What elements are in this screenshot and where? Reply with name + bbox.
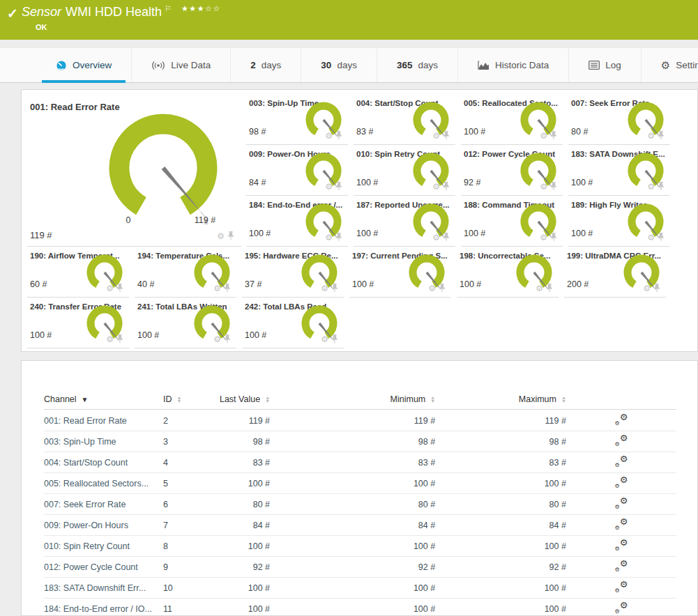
channel-gears-icon[interactable]: ⚙⚙ [614, 498, 628, 509]
priority-stars[interactable]: ★★★☆☆ [181, 4, 221, 13]
channel-settings-gear-icon[interactable]: ⚙ [643, 284, 651, 293]
cell-channel[interactable]: 009: Power-On Hours [44, 521, 163, 530]
pin-icon[interactable] [224, 284, 231, 293]
pin-icon[interactable] [658, 182, 665, 191]
pin-icon[interactable] [335, 233, 342, 242]
tab-365-days[interactable]: 365days [377, 48, 457, 82]
pin-icon[interactable] [546, 284, 553, 293]
channel-settings-gear-icon[interactable]: ⚙ [325, 233, 333, 242]
channel-settings-gear-icon[interactable]: ⚙ [536, 284, 543, 293]
gauge-tile[interactable]: 003: Spin-Up Time 98 #⚙ [246, 95, 348, 145]
tab-live-data[interactable]: Live Data [131, 48, 230, 82]
table-row[interactable]: 184: End-to-End error / IO...11100 #100 … [44, 599, 676, 616]
cell-channel[interactable]: 001: Read Error Rate [44, 416, 163, 426]
cell-channel[interactable]: 183: SATA Downshift Err... [44, 583, 163, 593]
column-header-last-value[interactable]: Last Value▲▼ [211, 394, 270, 404]
channel-gears-icon[interactable]: ⚙⚙ [614, 477, 628, 488]
table-row[interactable]: 012: Power Cycle Count992 #92 #92 #⚙⚙ [44, 557, 676, 578]
channel-settings-gear-icon[interactable]: ⚙ [325, 183, 333, 191]
pin-icon[interactable] [550, 182, 557, 191]
channel-settings-gear-icon[interactable]: ⚙ [647, 132, 655, 140]
channel-gears-icon[interactable]: ⚙⚙ [614, 456, 628, 468]
cell-channel[interactable]: 005: Reallocated Sectors... [44, 479, 163, 488]
channel-settings-gear-icon[interactable]: ⚙ [432, 183, 440, 191]
table-row[interactable]: 183: SATA Downshift Err...10100 #100 #10… [44, 578, 676, 599]
channel-settings-gear-icon[interactable]: ⚙ [217, 232, 225, 240]
pin-icon[interactable] [331, 284, 338, 293]
table-row[interactable]: 005: Reallocated Sectors...5100 #100 #10… [44, 473, 676, 494]
channel-gears-icon[interactable]: ⚙⚙ [614, 539, 628, 551]
channel-settings-gear-icon[interactable]: ⚙ [428, 284, 436, 293]
gauge-tile[interactable]: 009: Power-On Hours 84 #⚙ [246, 146, 348, 196]
pin-icon[interactable] [439, 284, 446, 293]
channel-gears-icon[interactable]: ⚙⚙ [614, 560, 628, 572]
table-row[interactable]: 009: Power-On Hours784 #84 #84 #⚙⚙ [44, 515, 676, 536]
channel-gears-icon[interactable]: ⚙⚙ [614, 581, 628, 593]
gauge-tile[interactable]: 199: UltraDMA CRC Err... 200 #⚙ [564, 247, 666, 298]
channel-settings-gear-icon[interactable]: ⚙ [321, 284, 328, 293]
table-row[interactable]: 004: Start/Stop Count483 #83 #83 #⚙⚙ [44, 452, 676, 473]
gauge-tile[interactable]: 189: High Fly Writes 100 #⚙ [568, 197, 670, 247]
gauge-tile[interactable]: 197: Current Pending S... 100 #⚙ [349, 247, 451, 298]
pin-icon[interactable] [550, 233, 557, 242]
column-header-minimum[interactable]: Minimum▲▼ [270, 394, 435, 404]
channel-settings-gear-icon[interactable]: ⚙ [325, 132, 333, 140]
channel-gears-icon[interactable]: ⚙⚙ [614, 518, 628, 530]
pin-icon[interactable] [658, 131, 665, 140]
cell-channel[interactable]: 007: Seek Error Rate [44, 500, 163, 509]
pin-icon[interactable] [653, 284, 660, 293]
channel-settings-gear-icon[interactable]: ⚙ [213, 335, 221, 344]
gauge-tile[interactable]: 195: Hardware ECC Re... 37 #⚙ [242, 247, 344, 298]
table-row[interactable]: 007: Seek Error Rate680 #80 #80 #⚙⚙ [44, 494, 676, 515]
tab-overview[interactable]: Overview [36, 48, 131, 82]
gauge-tile[interactable]: 188: Command Timeout 100 #⚙ [461, 197, 563, 247]
cell-channel[interactable]: 003: Spin-Up Time [44, 437, 163, 447]
gauge-tile[interactable]: 194: Temperature Cels... 40 #⚙ [135, 247, 236, 298]
flag-icon[interactable]: ⚐ [165, 4, 172, 13]
channel-gears-icon[interactable]: ⚙⚙ [614, 414, 628, 426]
channel-settings-gear-icon[interactable]: ⚙ [213, 284, 221, 293]
pin-icon[interactable] [331, 334, 338, 344]
channel-settings-gear-icon[interactable]: ⚙ [647, 183, 655, 191]
channel-settings-gear-icon[interactable]: ⚙ [540, 132, 547, 140]
pin-icon[interactable] [443, 131, 450, 140]
pin-icon[interactable] [116, 334, 123, 344]
pin-icon[interactable] [227, 231, 234, 240]
gauge-tile[interactable]: 240: Transfer Error Rate 100 #⚙ [27, 298, 129, 348]
tab-30-days[interactable]: 30days [301, 48, 377, 82]
channel-settings-gear-icon[interactable]: ⚙ [432, 233, 440, 242]
pin-icon[interactable] [443, 182, 450, 191]
gauge-tile[interactable]: 198: Uncorrectable Se... 100 #⚙ [457, 247, 559, 298]
table-row[interactable]: 001: Read Error Rate2119 #119 #119 #⚙⚙ [44, 410, 676, 431]
tab-2-days[interactable]: 2days [230, 48, 301, 82]
table-row[interactable]: 010: Spin Retry Count8100 #100 #100 #⚙⚙ [44, 536, 676, 557]
tab-settings[interactable]: ⚙Settings [641, 48, 698, 82]
gauge-tile[interactable]: 190: Airflow Temperat... 60 #⚙ [27, 247, 129, 298]
cell-channel[interactable]: 012: Power Cycle Count [44, 562, 163, 572]
pin-icon[interactable] [443, 233, 450, 242]
channel-gears-icon[interactable]: ⚙⚙ [614, 602, 628, 614]
pin-icon[interactable] [335, 131, 342, 140]
pin-icon[interactable] [116, 284, 123, 293]
gauge-tile[interactable]: 183: SATA Downshift E... 100 #⚙ [568, 146, 670, 196]
tab-log[interactable]: Log [568, 48, 641, 82]
channel-settings-gear-icon[interactable]: ⚙ [540, 183, 547, 191]
column-header-channel[interactable]: Channel▼ [44, 394, 163, 404]
column-header-id[interactable]: ID▲▼ [163, 394, 211, 404]
cell-channel[interactable]: 004: Start/Stop Count [44, 458, 163, 468]
channel-settings-gear-icon[interactable]: ⚙ [106, 335, 114, 344]
pin-icon[interactable] [335, 182, 342, 191]
gauge-tile[interactable]: 004: Start/Stop Count 83 #⚙ [354, 95, 455, 145]
channel-gears-icon[interactable]: ⚙⚙ [614, 435, 628, 447]
gauge-tile[interactable]: 005: Reallocated Secto... 100 #⚙ [461, 95, 563, 145]
channel-settings-gear-icon[interactable]: ⚙ [647, 233, 655, 242]
channel-settings-gear-icon[interactable]: ⚙ [106, 284, 114, 293]
column-header-maximum[interactable]: Maximum▲▼ [435, 394, 566, 404]
pin-icon[interactable] [658, 233, 665, 242]
cell-channel[interactable]: 010: Spin Retry Count [44, 541, 163, 551]
gauge-tile[interactable]: 007: Seek Error Rate 80 #⚙ [568, 95, 670, 145]
channel-settings-gear-icon[interactable]: ⚙ [540, 233, 547, 242]
channel-settings-gear-icon[interactable]: ⚙ [432, 132, 440, 140]
gauge-tile[interactable]: 187: Reported Uncorre... 100 #⚙ [354, 197, 455, 247]
table-row[interactable]: 003: Spin-Up Time398 #98 #98 #⚙⚙ [44, 431, 676, 452]
